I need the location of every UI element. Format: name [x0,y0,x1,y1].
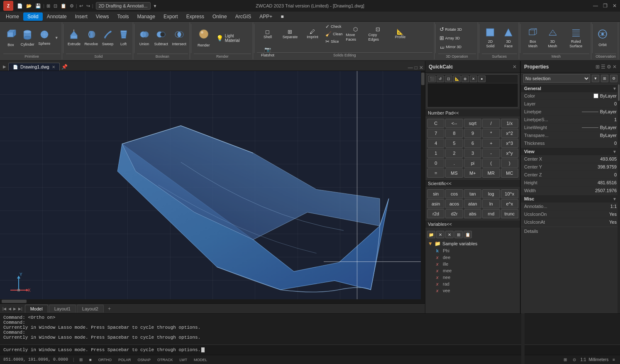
menu-annotate[interactable]: Annotate [43,12,71,21]
viewport-minimize-btn[interactable]: — [408,65,413,71]
move-faces-button[interactable]: ⬡ Move Faces [344,25,366,42]
menu-manage[interactable]: Manage [133,12,159,21]
qc-btn-pi[interactable]: pi [464,159,481,168]
grid-toggle-btn[interactable]: ⊞ [78,357,84,362]
copy-edges-button[interactable]: ⊡ Copy Edges [367,25,388,42]
qc-btn-3[interactable]: 3 [464,149,481,158]
quickcalc-scrollable[interactable]: Number Pad<< C <-- sqrt / 1/x 7 8 9 * x^… [425,109,520,313]
rotate3d-button[interactable]: ↺ Rotate 3D [438,25,464,33]
viewport-scrollbar-horizontal[interactable] [0,299,421,303]
qc-toolbar-btn7[interactable]: ● [478,76,486,82]
menu-express[interactable]: Express [182,12,208,21]
var-btn1[interactable]: 📁 [427,231,435,238]
separate-button[interactable]: ⊞ Separate [279,28,301,40]
pin-icon[interactable]: 📌 [61,63,68,71]
sweep-button[interactable]: Sweep [100,29,115,47]
orbit-button[interactable]: Orbit [595,28,610,48]
qc-btn-d2r[interactable]: d2r [445,209,463,218]
viewport-close-btn[interactable]: ✕ [419,65,423,71]
qc-btn-9[interactable]: 9 [464,129,481,138]
qc-btn-mul[interactable]: * [482,129,500,138]
open-file-icon[interactable]: 📂 [25,3,33,9]
menu-views[interactable]: Views [92,12,113,21]
more-primitive-button[interactable]: ▼ [53,35,60,41]
qc-btn-mplus[interactable]: M+ [464,169,481,178]
qc-btn-inv[interactable]: 1/x [501,119,518,128]
viewport-scrollbar-vertical[interactable] [421,71,425,303]
general-section-header[interactable]: General ▼ [521,85,620,92]
qc-btn-rnd[interactable]: rnd [482,209,500,218]
redo-icon[interactable]: ↪ [85,3,91,9]
misc-section-header[interactable]: Misc ▼ [521,195,620,203]
qc-btn-ex[interactable]: e^x [501,199,518,208]
sel-btn1[interactable]: ▼ [592,75,599,82]
tab-model[interactable]: Model [25,305,48,313]
check-button[interactable]: ✓ Check [324,23,344,30]
menu-pin[interactable]: ■ [276,12,288,21]
variables-section-header[interactable]: Variables<< [425,220,520,228]
minimize-btn[interactable]: — [593,3,598,9]
shell-button[interactable]: ◻ Shell [257,28,278,40]
qc-toolbar-btn5[interactable]: ⊗ [461,76,469,82]
menu-online[interactable]: Online [208,12,231,21]
menu-app[interactable]: APP+ [255,12,276,21]
qc-btn-sq2[interactable]: x^2 [501,129,518,138]
light-button[interactable]: 💡 Light Material [215,33,251,44]
qc-btn-rparen[interactable]: ) [501,159,518,168]
union-button[interactable]: Union [137,29,152,47]
qc-btn-mr[interactable]: MR [482,169,500,178]
intersect-button[interactable]: Intersect [171,29,188,47]
otrack-toggle-btn[interactable]: OTRACK [156,357,175,362]
qc-btn-cos[interactable]: cos [445,189,463,198]
qc-btn-0[interactable]: 0 [427,159,444,168]
prop-toggle-btn3[interactable]: ⚙ [607,64,611,70]
qc-btn-ln[interactable]: ln [482,199,500,208]
status-icon2[interactable]: ⊙ [571,357,578,362]
qc-btn-C[interactable]: C [427,119,444,128]
2dsolid-button[interactable]: 2D Solid [482,27,499,49]
properties-scrollbar[interactable] [618,84,620,313]
qc-toolbar-btn4[interactable]: 📐 [453,76,461,82]
qc-toolbar-btn1[interactable]: ⬛ [428,76,436,82]
qc-btn-div[interactable]: / [482,119,500,128]
qc-btn-dot[interactable]: . [445,159,463,168]
tab-layout2[interactable]: Layout2 [77,305,104,313]
qc-btn-5[interactable]: 5 [445,139,463,148]
menu-arcgis[interactable]: ArcGIS [231,12,256,21]
qc-btn-6[interactable]: 6 [464,139,481,148]
qc-btn-sqrt[interactable]: sqrt [464,119,481,128]
lwt-toggle-btn[interactable]: LWT [178,357,189,362]
properties-close-btn[interactable]: ✕ [613,64,617,70]
quickcalc-close-btn[interactable]: ✕ [513,64,517,70]
nav-first-btn[interactable]: |◀ [2,306,7,311]
collapse-panel-icon[interactable]: ▶ [2,64,7,70]
status-icon1[interactable]: ⊞ [562,357,569,362]
var-btn2[interactable]: ✕ [436,231,444,238]
qc-btn-backspace[interactable]: <-- [445,119,463,128]
extrude-button[interactable]: Extrude [66,29,82,47]
properties-scrollable[interactable]: General ▼ Color ByLayer [521,85,620,313]
qc-btn-r2d[interactable]: r2d [427,209,444,218]
add-tab-btn[interactable]: + [105,305,114,313]
qc-btn-8[interactable]: 8 [445,129,463,138]
subtract-button[interactable]: Subtract [153,29,170,47]
nav-last-btn[interactable]: ▶| [17,306,23,311]
nav-next-btn[interactable]: ▶ [12,306,17,311]
variables-group-label[interactable]: ▼ 📁 Sample variables [426,240,519,247]
layer-icon[interactable]: 📋 [59,3,68,9]
settings-icon[interactable]: ⚙ [68,3,75,9]
ruled-surface-button[interactable]: Ruled Surface [562,27,589,49]
boxmesh-button[interactable]: Box Mesh [523,27,543,49]
quickcalc-display[interactable]: ⬛ ↺ ⊡ 📐 ⊗ ✕ ● [427,74,518,107]
profile-button[interactable]: 📐 Profile [389,28,411,40]
qc-btn-sin[interactable]: sin [427,189,444,198]
qc-btn-2[interactable]: 2 [445,149,463,158]
numpad-section-header[interactable]: Number Pad<< [425,109,520,117]
slice-button[interactable]: ✂ Slice [324,38,344,45]
qc-btn-ms[interactable]: MS [445,169,463,178]
qc-btn-1[interactable]: 1 [427,149,444,158]
var-btn3[interactable]: ✕ [445,231,454,238]
qc-btn-7[interactable]: 7 [427,129,444,138]
clean-button[interactable]: 🧹 Clean [324,31,344,37]
qc-toolbar-btn6[interactable]: ✕ [470,76,477,82]
